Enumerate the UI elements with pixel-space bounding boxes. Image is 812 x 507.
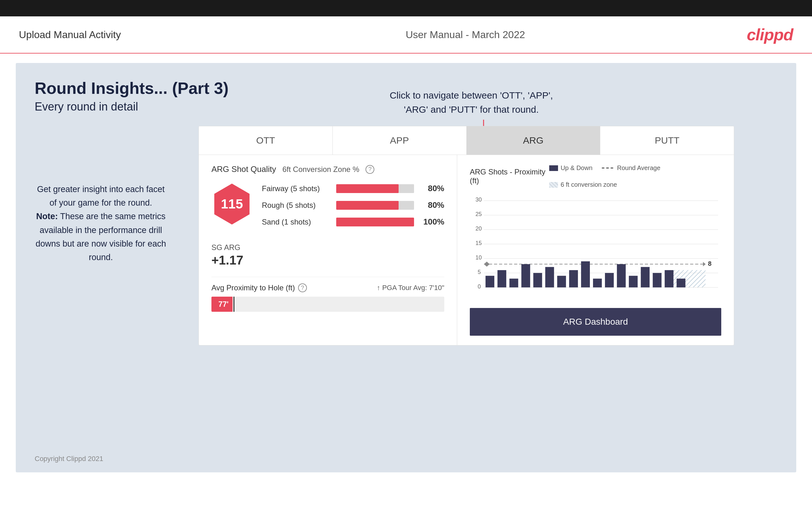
tab-ott[interactable]: OTT — [199, 126, 333, 155]
right-title: ARG Shots - Proximity (ft) — [470, 168, 549, 185]
legend-item-roundavg: Round Average — [602, 164, 660, 172]
bar-container-fairway — [336, 184, 414, 193]
bar-3 — [509, 279, 518, 287]
legend-label-roundavg: Round Average — [617, 164, 660, 172]
right-panel: ARG Shots - Proximity (ft) Up & Down Rou… — [457, 155, 734, 345]
proximity-bar-container: 77' — [211, 297, 444, 312]
upload-label[interactable]: Upload Manual Activity — [19, 29, 121, 41]
help-icon[interactable]: ? — [365, 165, 374, 174]
sg-section: SG ARG +1.17 — [211, 243, 444, 267]
bar-10 — [593, 279, 602, 287]
tab-arg[interactable]: ARG — [467, 126, 601, 155]
legend-box-updown — [549, 165, 558, 171]
score-hexagon: 115 — [211, 184, 252, 225]
score-value: 115 — [221, 196, 243, 212]
proximity-help-icon[interactable]: ? — [298, 283, 307, 292]
bar-15 — [653, 273, 662, 287]
legend-dashed-roundavg — [602, 168, 614, 168]
shot-row-fairway: Fairway (5 shots) 80% — [262, 184, 444, 193]
round-avg-arrow — [703, 262, 706, 267]
shot-bars: Fairway (5 shots) 80% Rough (5 shots) — [262, 184, 444, 234]
svg-text:0: 0 — [478, 283, 481, 290]
insight-text: Get greater insight into each facet of y… — [35, 183, 167, 264]
bar-pct-sand: 100% — [419, 217, 444, 227]
shot-label-rough: Rough (5 shots) — [262, 201, 331, 210]
bar-17 — [676, 279, 685, 287]
svg-text:10: 10 — [475, 255, 482, 261]
top-bar — [0, 0, 812, 16]
header: Upload Manual Activity User Manual - Mar… — [0, 16, 812, 54]
svg-text:20: 20 — [475, 225, 482, 232]
bar-2 — [498, 270, 506, 287]
bar-pct-rough: 80% — [419, 200, 444, 210]
bar-6 — [545, 267, 554, 287]
proximity-tour-avg: ↑ PGA Tour Avg: 7'10" — [377, 284, 444, 292]
sg-value: +1.17 — [211, 253, 444, 267]
legend-label-conversion: 6 ft conversion zone — [561, 181, 617, 188]
proximity-header: Avg Proximity to Hole (ft) ? ↑ PGA Tour … — [211, 283, 444, 292]
proximity-bar-fill: 77' — [211, 297, 233, 312]
shot-label-sand: Sand (1 shots) — [262, 218, 331, 226]
bar-8 — [569, 270, 578, 287]
arg-dashboard-button[interactable]: ARG Dashboard — [470, 308, 721, 336]
dashboard-card: OTT APP ARG PUTT ARG Shot Quality 6ft Co… — [199, 126, 734, 345]
copyright-text: Copyright Clippd 2021 — [35, 455, 103, 463]
bar-fill-sand — [336, 218, 414, 226]
svg-text:5: 5 — [478, 269, 481, 275]
legend-item-updown: Up & Down — [549, 164, 592, 172]
panel-header-title: ARG Shot Quality — [211, 164, 276, 174]
bar-14 — [641, 267, 650, 287]
round-avg-marker — [484, 262, 490, 267]
hexagon-container: 115 — [211, 184, 252, 230]
score-section: 115 Fairway (5 shots) 80% — [211, 184, 444, 234]
panel-header-subtitle: 6ft Conversion Zone % — [282, 165, 359, 174]
shot-label-fairway: Fairway (5 shots) — [262, 184, 331, 193]
proximity-section: Avg Proximity to Hole (ft) ? ↑ PGA Tour … — [211, 277, 444, 312]
proximity-title: Avg Proximity to Hole (ft) ? — [211, 283, 307, 292]
svg-text:15: 15 — [475, 240, 482, 246]
legend-hatched-conversion — [549, 182, 558, 188]
left-panel: ARG Shot Quality 6ft Conversion Zone % ?… — [199, 155, 457, 345]
legend-label-updown: Up & Down — [561, 164, 592, 172]
conversion-zone — [671, 270, 706, 287]
legend-item-conversion: 6 ft conversion zone — [549, 181, 617, 188]
shot-row-sand: Sand (1 shots) 100% — [262, 217, 444, 227]
svg-text:25: 25 — [475, 211, 482, 217]
round-avg-value: 8 — [708, 260, 711, 267]
bar-7 — [557, 276, 566, 287]
bar-container-sand — [336, 218, 414, 226]
bar-4 — [521, 264, 530, 287]
legend: Up & Down Round Average 6 ft conversion … — [549, 164, 721, 188]
bar-13 — [629, 276, 638, 287]
bar-pct-fairway: 80% — [419, 184, 444, 193]
left-insight: Get greater insight into each facet of y… — [35, 183, 167, 264]
shot-row-rough: Rough (5 shots) 80% — [262, 200, 444, 210]
bar-12 — [617, 264, 626, 287]
chart-svg: 0 5 10 15 20 25 30 — [470, 194, 721, 295]
bar-9 — [581, 261, 590, 287]
logo: clippd — [747, 25, 793, 44]
proximity-cursor — [234, 297, 235, 312]
bar-11 — [605, 273, 614, 287]
proximity-value: 77' — [218, 300, 229, 308]
main-content: Round Insights... (Part 3) Every round i… — [16, 63, 796, 472]
bar-1 — [486, 276, 494, 287]
footer: Copyright Clippd 2021 — [35, 455, 103, 463]
bar-fill-fairway — [336, 184, 399, 193]
nav-annotation-text: Click to navigate between 'OTT', 'APP','… — [390, 88, 553, 116]
tab-row: OTT APP ARG PUTT — [199, 126, 734, 155]
right-header: ARG Shots - Proximity (ft) Up & Down Rou… — [470, 164, 721, 188]
panel-header: ARG Shot Quality 6ft Conversion Zone % ? — [211, 164, 444, 174]
bar-16 — [665, 270, 673, 287]
proximity-title-text: Avg Proximity to Hole (ft) — [211, 283, 295, 292]
bar-container-rough — [336, 201, 414, 210]
tab-app[interactable]: APP — [333, 126, 467, 155]
bar-5 — [533, 273, 542, 287]
sg-label: SG ARG — [211, 243, 444, 252]
doc-title: User Manual - March 2022 — [406, 29, 525, 41]
tab-putt[interactable]: PUTT — [600, 126, 734, 155]
card-body: ARG Shot Quality 6ft Conversion Zone % ?… — [199, 155, 734, 345]
chart-area: 0 5 10 15 20 25 30 — [470, 194, 721, 302]
svg-text:30: 30 — [475, 196, 482, 203]
insight-note: Note: — [36, 212, 58, 221]
